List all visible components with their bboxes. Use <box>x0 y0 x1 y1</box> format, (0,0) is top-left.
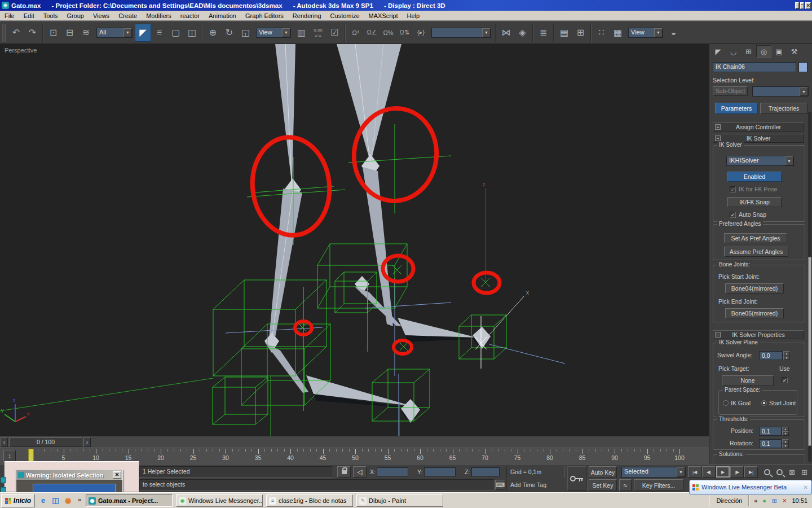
named-selection-dropdown[interactable]: ▼ <box>431 28 491 38</box>
tray-volume-muted-icon[interactable]: ✕ <box>780 496 789 505</box>
start-joint-radio[interactable] <box>761 400 767 406</box>
x-coord-field[interactable] <box>377 467 408 476</box>
align-icon[interactable]: ◈ <box>514 24 531 42</box>
set-keys-button[interactable] <box>567 466 586 491</box>
taskbar-task-paint[interactable]: ✎Dibujo - Paint <box>356 494 443 507</box>
y-coord-field[interactable] <box>424 467 456 476</box>
minimized-dialog-icon[interactable] <box>1 477 6 483</box>
ik-solver-type-dropdown[interactable]: IKHISolver▼ <box>726 156 794 166</box>
object-color-swatch[interactable] <box>798 62 807 72</box>
zoom-extents-icon[interactable]: ⊠ <box>786 466 798 478</box>
zoom-all-icon[interactable] <box>774 466 785 478</box>
layer-manager-icon[interactable]: ≣ <box>535 24 551 42</box>
auto-snap-checkbox[interactable]: ✓ <box>730 212 736 218</box>
rotation-threshold-spinner[interactable]: ▲▼ <box>782 439 789 448</box>
menu-tools[interactable]: Tools <box>39 12 63 20</box>
minimize-button[interactable]: _ <box>795 2 799 9</box>
collapse-icon[interactable]: − <box>715 135 721 141</box>
close-button[interactable]: ✕ <box>805 2 811 9</box>
close-icon[interactable]: ✕ <box>113 471 121 479</box>
swivel-angle-spinner[interactable]: ▲▼ <box>783 351 790 360</box>
keyboard-override-toggle[interactable]: ⌨ <box>495 480 505 490</box>
tray-windows-icon[interactable]: ⊞ <box>770 496 779 505</box>
set-as-pref-angles-button[interactable]: Set As Pref Angles <box>724 233 787 243</box>
modify-tab[interactable]: ◡ <box>726 45 741 58</box>
enabled-button[interactable]: Enabled <box>727 172 782 182</box>
taskbar-task-notepad[interactable]: ≡clase1rig - Bloc de notas <box>266 494 353 507</box>
ikfk-snap-button[interactable]: IK/FK Snap <box>727 197 782 207</box>
quicklaunch-chevron[interactable]: » <box>78 496 81 503</box>
rectangular-selection-region-icon[interactable]: ▢ <box>167 24 184 42</box>
chevron-down-icon[interactable]: ▼ <box>123 28 132 37</box>
previous-frame-button[interactable]: ◀| <box>702 466 716 478</box>
quicklaunch-messenger-icon[interactable]: ◫ <box>51 496 60 505</box>
tray-messenger-icon[interactable]: ● <box>760 496 769 505</box>
curve-editor-icon[interactable]: ▤ <box>556 24 572 42</box>
ik-for-fk-pose-checkbox[interactable]: ✓ <box>730 186 736 192</box>
taskbar-task-messenger[interactable]: ◉Windows Live Messenger... <box>176 494 263 507</box>
angle-snap-icon[interactable]: Ω∠ <box>364 24 380 42</box>
window-crossing-toggle-icon[interactable]: ◫ <box>184 24 200 42</box>
ik-goal-radio[interactable] <box>723 400 729 406</box>
start-button[interactable]: Inicio <box>1 494 35 507</box>
messenger-notification[interactable]: Windows Live Messenger Beta ✕ <box>689 480 812 494</box>
chevron-down-icon[interactable]: ▼ <box>654 28 663 37</box>
sub-object-dropdown[interactable]: ▼ <box>752 86 809 97</box>
rotation-threshold-field[interactable]: 0,1 <box>759 439 782 448</box>
viewport-canvas[interactable]: xzzyx <box>0 44 709 436</box>
chevron-down-icon[interactable]: ▼ <box>800 87 808 96</box>
use-target-checkbox[interactable]: ✓ <box>782 377 788 383</box>
address-toolbar-label[interactable]: Dirección <box>716 497 742 504</box>
hierarchy-tab[interactable]: ⊞ <box>741 45 756 58</box>
key-mode-dropdown[interactable]: Selected▼ <box>621 467 686 478</box>
swivel-angle-field[interactable]: 0,0 <box>759 351 783 360</box>
chevron-down-icon[interactable]: ▼ <box>785 156 793 165</box>
select-by-name-icon[interactable]: ≡ <box>151 24 167 42</box>
key-filters-button[interactable]: Key Filters... <box>634 479 683 491</box>
render-setup-icon[interactable]: ▦ <box>610 24 626 42</box>
utilities-tab[interactable]: ⚒ <box>787 45 802 58</box>
quick-render-icon[interactable]: ◒ <box>665 24 682 42</box>
maximize-button[interactable]: □ <box>800 2 804 9</box>
menu-customize[interactable]: Customize <box>326 12 364 20</box>
menu-views[interactable]: Views <box>89 12 114 20</box>
pick-start-joint-button[interactable]: Bone04(mirrored) <box>725 283 784 294</box>
collapse-icon[interactable]: − <box>715 332 721 338</box>
absolute-offset-toggle-icon[interactable]: ☑ <box>326 24 343 42</box>
select-and-rotate-icon[interactable]: ↻ <box>221 24 237 42</box>
render-preset-dropdown[interactable]: View▼ <box>628 28 663 38</box>
motion-tab[interactable]: ◎ <box>756 45 771 58</box>
snaps-toggle-icon[interactable]: Ω³ <box>347 24 364 42</box>
go-to-end-button[interactable]: ▶| <box>744 466 758 478</box>
zoom-icon[interactable] <box>761 466 773 478</box>
percent-snap-icon[interactable]: Ω% <box>380 24 396 42</box>
parameters-tab[interactable]: Parameters <box>715 103 758 114</box>
next-frame-button[interactable]: |▶ <box>730 466 744 478</box>
sub-object-button[interactable]: Sub-Object <box>713 86 748 96</box>
create-tab[interactable]: ◤ <box>710 45 726 58</box>
menu-graph-editors[interactable]: Graph Editors <box>241 12 288 20</box>
quicklaunch-ie-icon[interactable]: e <box>38 496 48 505</box>
position-threshold-spinner[interactable]: ▲▼ <box>782 427 789 436</box>
auto-key-button[interactable]: Auto Key <box>589 466 617 478</box>
menu-group[interactable]: Group <box>62 12 89 20</box>
select-object-icon[interactable]: ◤ <box>135 24 151 42</box>
material-editor-icon[interactable]: ∷ <box>593 24 610 42</box>
unlink-selection-icon[interactable]: ⊟ <box>61 24 78 42</box>
selection-filter-dropdown[interactable]: All▼ <box>96 28 133 38</box>
mirror-icon[interactable]: ⋈ <box>498 24 514 42</box>
display-tab[interactable]: ▣ <box>771 45 787 58</box>
menu-rendering[interactable]: Rendering <box>288 12 326 20</box>
toolbar-handle[interactable] <box>2 24 6 42</box>
select-and-link-icon[interactable]: ⊡ <box>45 24 61 42</box>
close-icon[interactable]: ✕ <box>804 484 808 491</box>
viewport-label[interactable]: Perspective <box>5 47 37 54</box>
menu-animation[interactable]: Animation <box>204 12 241 20</box>
expand-icon[interactable]: + <box>715 124 721 130</box>
chevron-down-icon[interactable]: ▼ <box>677 467 685 477</box>
assign-controller-rollout[interactable]: +Assign Controller <box>713 122 804 132</box>
zoom-extents-all-icon[interactable]: ⊞ <box>798 466 810 478</box>
chevron-down-icon[interactable]: ▼ <box>282 28 290 37</box>
trajectories-tab[interactable]: Trajectories <box>760 103 807 114</box>
go-to-start-button[interactable]: |◀ <box>688 466 701 478</box>
